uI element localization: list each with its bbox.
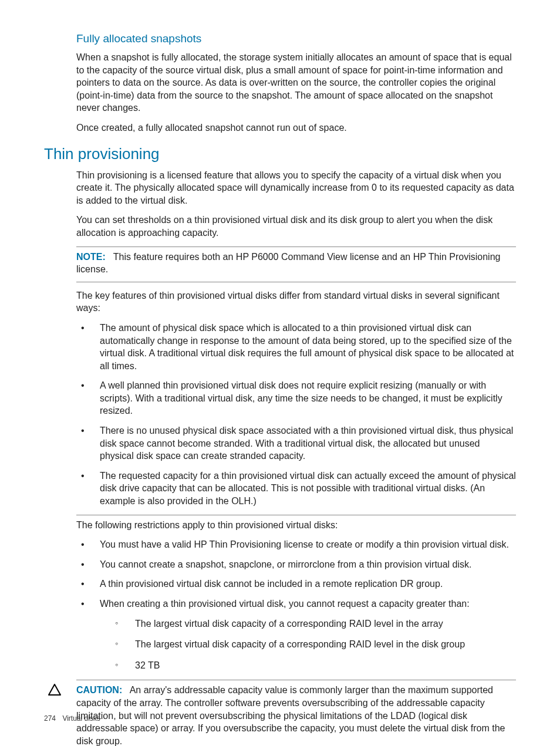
list-item: 32 TB xyxy=(100,659,516,672)
list-item: The amount of physical disk space which … xyxy=(76,322,516,372)
list-item: The largest virtual disk capacity of a c… xyxy=(100,617,516,630)
heading-thin-provisioning: Thin provisioning xyxy=(44,145,516,163)
footer-title: Virtual disks xyxy=(62,714,100,723)
caution-icon xyxy=(48,684,61,698)
restrictions-box: The following restrictions apply to thin… xyxy=(76,515,516,672)
caution-text: An array's addressable capacity value is… xyxy=(76,685,505,745)
list-item: When creating a thin provisioned virtual… xyxy=(76,598,516,671)
restrictions-list: You must have a valid HP Thin Provisioni… xyxy=(76,538,516,671)
list-item: You must have a valid HP Thin Provisioni… xyxy=(76,538,516,551)
caution-label: CAUTION: xyxy=(76,685,122,695)
para: When a snapshot is fully allocated, the … xyxy=(76,51,516,114)
list-item: The largest virtual disk capacity of a c… xyxy=(100,638,516,651)
note-box: NOTE: This feature requires both an HP P… xyxy=(76,247,516,282)
list-item: There is no unused physical disk space a… xyxy=(76,424,516,463)
page-number: 274 xyxy=(44,714,56,723)
list-item: A well planned thin provisioned virtual … xyxy=(76,379,516,417)
para: The key features of thin provisioned vir… xyxy=(76,289,516,315)
para: Thin provisioning is a licensed feature … xyxy=(76,169,516,207)
page-footer: 274 Virtual disks xyxy=(44,714,100,723)
note-label: NOTE: xyxy=(76,252,106,262)
para: You can set thresholds on a thin provisi… xyxy=(76,214,516,239)
heading-fully-allocated: Fully allocated snapshots xyxy=(76,32,516,45)
list-item: The requested capacity for a thin provis… xyxy=(76,470,516,508)
caution-box: CAUTION: An array's addressable capacity… xyxy=(76,680,516,746)
sub-restrictions-list: The largest virtual disk capacity of a c… xyxy=(100,617,516,672)
note-text: This feature requires both an HP P6000 C… xyxy=(76,252,500,275)
list-item: You cannot create a snapshot, snapclone,… xyxy=(76,558,516,571)
list-item: A thin provisioned virtual disk cannot b… xyxy=(76,578,516,590)
para: Once created, a fully allocated snapshot… xyxy=(76,121,516,134)
para: The following restrictions apply to thin… xyxy=(76,519,516,532)
features-list: The amount of physical disk space which … xyxy=(76,322,516,508)
